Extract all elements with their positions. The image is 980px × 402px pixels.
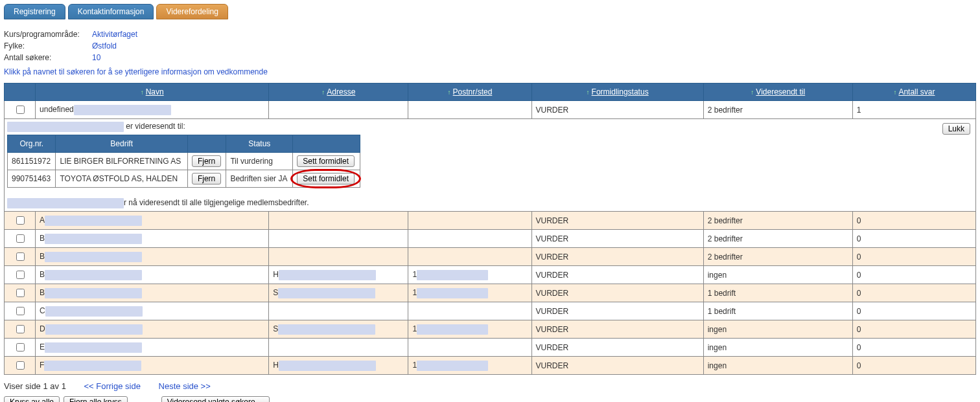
- videresendt-til: ingen: [703, 339, 852, 357]
- sort-icon: ↑: [587, 89, 590, 96]
- videresendt-til: 2 bedrifter: [703, 212, 852, 230]
- formidlingstatus: VURDER: [531, 266, 703, 284]
- header-postnr[interactable]: ↑Postnr/sted: [408, 84, 531, 101]
- navn-initial: B: [40, 234, 45, 243]
- table-row: BVURDER2 bedrifter0: [5, 248, 976, 266]
- navn-initial: C: [40, 306, 45, 315]
- antall-svar: 0: [852, 248, 975, 266]
- header-check: [5, 84, 36, 101]
- pager-prev[interactable]: << Forrige side: [84, 381, 141, 391]
- table-row: BH1VURDERingen0: [5, 266, 976, 284]
- sett-formidlet-button[interactable]: Sett formidlet: [297, 173, 355, 184]
- inner-th-status: Status: [226, 135, 293, 153]
- formidlingstatus: VURDER: [531, 320, 703, 339]
- header-svar[interactable]: ↑Antall svar: [852, 84, 975, 101]
- pager-current: Viser side 1 av 1: [4, 381, 66, 391]
- kurs-value[interactable]: Aktivitørfaget: [92, 28, 137, 40]
- tab-kontaktinformasjon[interactable]: Kontaktinformasjon: [68, 4, 154, 19]
- row-checkbox[interactable]: [16, 106, 25, 114]
- fjern-button[interactable]: Fjern: [192, 173, 221, 184]
- formidlingstatus: VURDER: [531, 339, 703, 357]
- tab-viderefordeling[interactable]: Viderefordeling: [156, 4, 228, 19]
- row-checkbox[interactable]: [16, 216, 25, 225]
- row-checkbox[interactable]: [16, 361, 25, 370]
- antall-svar: 0: [852, 230, 975, 248]
- header-videresendt[interactable]: ↑Videresendt til: [703, 84, 852, 101]
- navn-initial: E: [40, 342, 45, 352]
- pager-next[interactable]: Neste side >>: [159, 381, 211, 391]
- navn-initial: undefined: [40, 105, 74, 114]
- row-checkbox[interactable]: [16, 252, 25, 261]
- row-checkbox[interactable]: [16, 271, 25, 279]
- formidlingstatus: VURDER: [531, 284, 703, 302]
- sett-formidlet-button[interactable]: Sett formidlet: [297, 155, 355, 167]
- orgnr: 990751463: [8, 170, 56, 188]
- deselect-all-button[interactable]: Fjern alle kryss: [64, 396, 128, 402]
- formidlingstatus: VURDER: [531, 101, 703, 119]
- lukk-button[interactable]: Lukk: [942, 123, 970, 135]
- antall-value[interactable]: 10: [92, 52, 100, 63]
- select-all-button[interactable]: Kryss av alle: [4, 396, 60, 402]
- header-formidling[interactable]: ↑Formidlingstatus: [531, 84, 703, 101]
- adresse-initial: S: [273, 324, 278, 333]
- inner-row: 861151972LIE BIRGER BILFORRETNING ASFjer…: [8, 153, 360, 170]
- sort-icon: ↑: [321, 89, 325, 96]
- bedrift-name: LIE BIRGER BILFORRETNING AS: [56, 153, 188, 170]
- videresendt-til: ingen: [703, 266, 852, 284]
- header-navn[interactable]: ↑Navn: [36, 84, 269, 101]
- inner-table: Org.nr.BedriftStatus861151972LIE BIRGER …: [7, 135, 360, 188]
- formidlingstatus: VURDER: [531, 357, 703, 375]
- formidlingstatus: VURDER: [531, 212, 703, 230]
- row-checkbox[interactable]: [16, 234, 25, 243]
- bottom-buttons: Kryss av alle Fjern alle kryss Videresen…: [4, 396, 976, 402]
- bedrift-name: TOYOTA ØSTFOLD AS, HALDEN: [56, 170, 188, 188]
- expanded-detail: Lukk er videresendt til:Org.nr.BedriftSt…: [5, 119, 976, 212]
- adresse-initial: H: [273, 361, 279, 370]
- table-row: FH1VURDERingen0: [5, 357, 976, 375]
- table-row: BS1VURDER1 bedrift0: [5, 284, 976, 302]
- tab-registrering[interactable]: Registrering: [4, 4, 65, 19]
- navn-initial: B: [40, 252, 45, 261]
- table-row: AVURDER2 bedrifter0: [5, 212, 976, 230]
- navn-initial: A: [40, 216, 45, 225]
- antall-svar: 0: [852, 320, 975, 339]
- inner-th-sett: [293, 135, 360, 153]
- antall-svar: 0: [852, 357, 975, 375]
- row-checkbox[interactable]: [16, 289, 25, 297]
- videresendt-til: 2 bedrifter: [703, 248, 852, 266]
- postnr-initial: 1: [412, 361, 417, 370]
- inner-row: 990751463TOYOTA ØSTFOLD AS, HALDENFjernB…: [8, 170, 360, 188]
- videresend-button[interactable]: Videresend valgte søkere ...: [161, 396, 270, 402]
- table-row: DS1VURDERingen0: [5, 320, 976, 339]
- formidlingstatus: VURDER: [531, 302, 703, 320]
- antall-svar: 0: [852, 266, 975, 284]
- inner-th-bedrift: Bedrift: [56, 135, 188, 153]
- videresendt-til: ingen: [703, 357, 852, 375]
- fylke-label: Fylke:: [4, 40, 88, 52]
- row-checkbox[interactable]: [16, 343, 25, 352]
- videresendt-til: 1 bedrift: [703, 302, 852, 320]
- kurs-label: Kurs/programområde:: [4, 28, 88, 40]
- header-adresse[interactable]: ↑Adresse: [269, 84, 408, 101]
- inner-status: Bedriften sier JA: [226, 170, 293, 188]
- table-row: EVURDERingen0: [5, 339, 976, 357]
- table-row: BVURDER2 bedrifter0: [5, 230, 976, 248]
- inner-th-org: Org.nr.: [8, 135, 56, 153]
- formidlingstatus: VURDER: [531, 248, 703, 266]
- antall-svar: 0: [852, 339, 975, 357]
- expand-heading: er videresendt til:: [7, 122, 973, 132]
- antall-svar: 0: [852, 302, 975, 320]
- row-checkbox[interactable]: [16, 325, 25, 333]
- navn-initial: B: [40, 288, 45, 297]
- pager: Viser side 1 av 1 << Forrige side Neste …: [4, 381, 976, 391]
- help-text: Klikk på navnet til søkeren for å se ytt…: [4, 67, 976, 76]
- main-tabs: Registrering Kontaktinformasjon Viderefo…: [4, 4, 976, 19]
- antall-label: Antall søkere:: [4, 52, 88, 63]
- videresendt-til: ingen: [703, 320, 852, 339]
- row-checkbox[interactable]: [16, 307, 25, 315]
- fylke-value[interactable]: Østfold: [92, 40, 117, 52]
- applicant-table: ↑Navn ↑Adresse ↑Postnr/sted ↑Formidlings…: [4, 83, 976, 375]
- fjern-button[interactable]: Fjern: [192, 155, 221, 167]
- sort-icon: ↑: [751, 89, 754, 96]
- sort-icon: ↑: [893, 89, 896, 96]
